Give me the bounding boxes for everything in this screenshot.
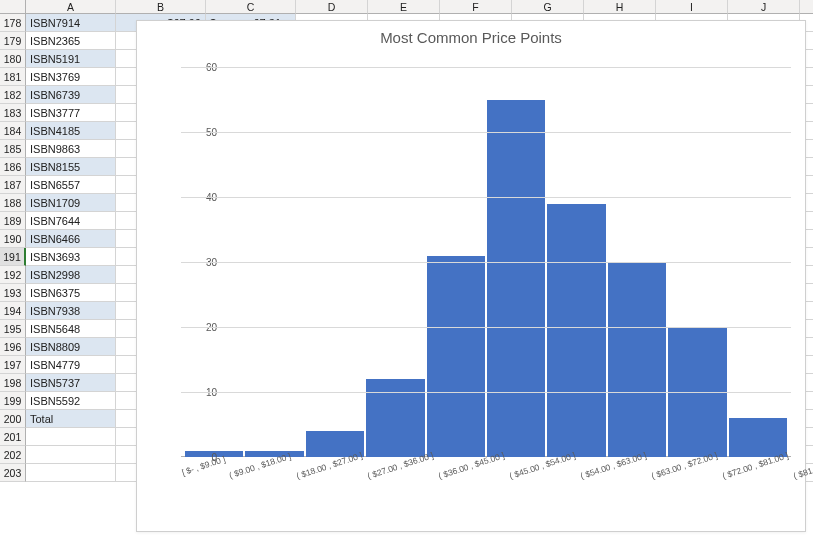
row-header[interactable]: 192 xyxy=(0,266,26,284)
chart-bar xyxy=(729,418,787,457)
cell[interactable]: ISBN8155 xyxy=(26,158,116,176)
chart-bar xyxy=(608,262,666,457)
row-header[interactable]: 184 xyxy=(0,122,26,140)
cell[interactable]: ISBN6557 xyxy=(26,176,116,194)
y-gridline xyxy=(181,67,791,68)
cell[interactable]: ISBN3769 xyxy=(26,68,116,86)
cell[interactable]: ISBN3777 xyxy=(26,104,116,122)
y-gridline xyxy=(181,132,791,133)
column-header[interactable]: A xyxy=(26,0,116,14)
chart-bar xyxy=(366,379,424,457)
chart-bar xyxy=(427,256,485,458)
cell[interactable]: ISBN7644 xyxy=(26,212,116,230)
row-header[interactable]: 189 xyxy=(0,212,26,230)
row-header[interactable]: 199 xyxy=(0,392,26,410)
row-header[interactable]: 191 xyxy=(0,248,26,266)
row-header[interactable]: 182 xyxy=(0,86,26,104)
chart-bar xyxy=(547,204,605,458)
column-header[interactable]: K xyxy=(800,0,813,14)
cell[interactable]: ISBN6375 xyxy=(26,284,116,302)
column-header[interactable]: J xyxy=(728,0,800,14)
row-header[interactable]: 202 xyxy=(0,446,26,464)
cell[interactable]: ISBN2365 xyxy=(26,32,116,50)
row-header[interactable]: 190 xyxy=(0,230,26,248)
y-gridline xyxy=(181,197,791,198)
row-header[interactable]: 187 xyxy=(0,176,26,194)
cell[interactable]: ISBN9863 xyxy=(26,140,116,158)
chart-plot-area: 0102030405060 xyxy=(181,67,791,457)
cell[interactable]: ISBN5648 xyxy=(26,320,116,338)
row-header[interactable]: 195 xyxy=(0,320,26,338)
cell[interactable]: ISBN1709 xyxy=(26,194,116,212)
cell[interactable]: ISBN5737 xyxy=(26,374,116,392)
row-header[interactable]: 178 xyxy=(0,14,26,32)
cell[interactable]: ISBN7938 xyxy=(26,302,116,320)
row-header[interactable]: 186 xyxy=(0,158,26,176)
cell[interactable]: ISBN5191 xyxy=(26,50,116,68)
row-header[interactable]: 201 xyxy=(0,428,26,446)
cell[interactable]: ISBN3693 xyxy=(26,248,116,266)
y-gridline xyxy=(181,327,791,328)
y-gridline xyxy=(181,262,791,263)
row-header[interactable]: 188 xyxy=(0,194,26,212)
cell[interactable]: ISBN4779 xyxy=(26,356,116,374)
row-header[interactable]: 200 xyxy=(0,410,26,428)
row-header[interactable]: 181 xyxy=(0,68,26,86)
column-header[interactable]: E xyxy=(368,0,440,14)
row-header[interactable]: 203 xyxy=(0,464,26,482)
row-header[interactable]: 185 xyxy=(0,140,26,158)
column-header[interactable]: G xyxy=(512,0,584,14)
row-header[interactable]: 183 xyxy=(0,104,26,122)
row-header[interactable]: 194 xyxy=(0,302,26,320)
chart-container[interactable]: Most Common Price Points 0102030405060 [… xyxy=(136,20,806,482)
row-header[interactable]: 198 xyxy=(0,374,26,392)
row-header[interactable]: 179 xyxy=(0,32,26,50)
cell[interactable]: ISBN8809 xyxy=(26,338,116,356)
cell[interactable]: ISBN4185 xyxy=(26,122,116,140)
row-header[interactable]: 196 xyxy=(0,338,26,356)
row-header[interactable]: 197 xyxy=(0,356,26,374)
column-header[interactable]: C xyxy=(206,0,296,14)
cell[interactable]: ISBN6466 xyxy=(26,230,116,248)
column-header[interactable]: H xyxy=(584,0,656,14)
cell[interactable] xyxy=(26,446,116,464)
cell[interactable]: Total xyxy=(26,410,116,428)
chart-title: Most Common Price Points xyxy=(137,21,805,50)
column-header[interactable]: D xyxy=(296,0,368,14)
row-header[interactable]: 180 xyxy=(0,50,26,68)
cell[interactable]: ISBN5592 xyxy=(26,392,116,410)
row-header[interactable]: 193 xyxy=(0,284,26,302)
chart-bar xyxy=(487,100,545,458)
cell[interactable] xyxy=(26,428,116,446)
column-header[interactable]: F xyxy=(440,0,512,14)
x-axis-labels: [ $- , $9.00 ]( $9.00 , $18.00 ]( $18.00… xyxy=(181,459,791,469)
column-header[interactable]: I xyxy=(656,0,728,14)
cell[interactable]: ISBN2998 xyxy=(26,266,116,284)
column-header[interactable]: B xyxy=(116,0,206,14)
cell[interactable] xyxy=(26,464,116,482)
select-all-corner[interactable] xyxy=(0,0,26,14)
cell[interactable]: ISBN7914 xyxy=(26,14,116,32)
cell[interactable]: ISBN6739 xyxy=(26,86,116,104)
y-gridline xyxy=(181,392,791,393)
